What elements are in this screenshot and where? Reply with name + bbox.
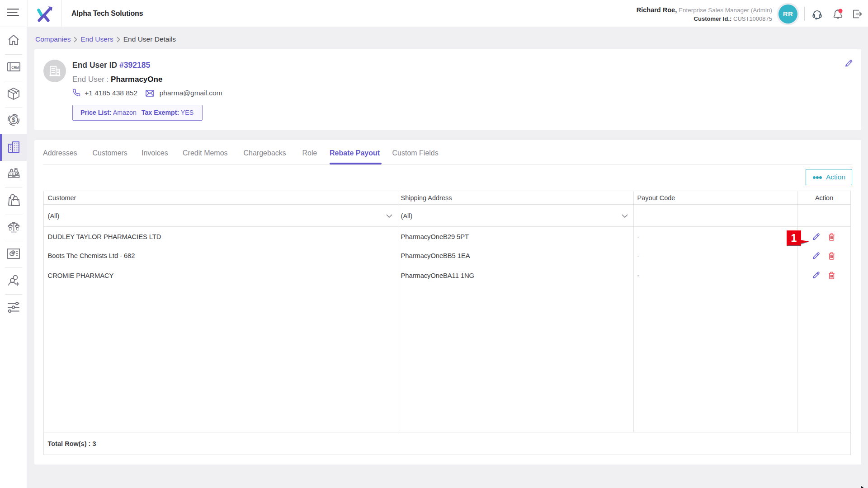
svg-text:D: D xyxy=(9,226,12,231)
svg-text:CRM: CRM xyxy=(11,66,19,70)
svg-text:$: $ xyxy=(12,116,15,123)
svg-text:C: C xyxy=(16,226,19,231)
